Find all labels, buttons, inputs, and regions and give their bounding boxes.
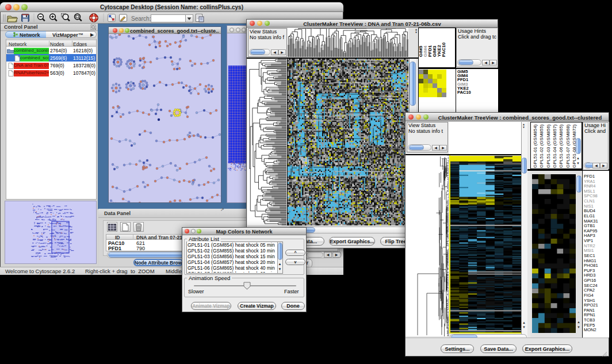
svg-text:GPL51-04 (GSM857): GPL51-04 (GSM857) (552, 124, 557, 168)
svg-text:GPL51-02 (GSM855): GPL51-02 (GSM855) (539, 124, 544, 168)
svg-text:GPL51-01 (GSM854): GPL51-01 (GSM854) (533, 124, 538, 168)
svg-text:GPL51-03 (GSM856): GPL51-03 (GSM856) (546, 124, 551, 168)
svg-text:GPL51-06 (GSM865): GPL51-06 (GSM865) (559, 124, 564, 168)
svg-text:PAC10: PAC10 (441, 42, 446, 57)
svg-text:GPL51-07 (GSM868): GPL51-07 (GSM868) (565, 124, 571, 168)
